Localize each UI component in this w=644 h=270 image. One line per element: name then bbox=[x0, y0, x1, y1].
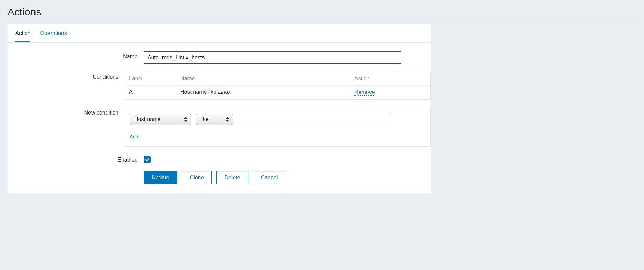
conditions-label: Conditions bbox=[8, 72, 125, 80]
condition-type-value: Host name bbox=[134, 116, 160, 122]
add-condition-link[interactable]: Add bbox=[130, 134, 138, 140]
tab-operations[interactable]: Operations bbox=[40, 30, 67, 42]
name-label: Name bbox=[8, 51, 144, 60]
remove-condition-link[interactable]: Remove bbox=[354, 89, 375, 96]
enabled-label: Enabled bbox=[8, 155, 144, 163]
cancel-button[interactable]: Cancel bbox=[253, 171, 286, 184]
name-input[interactable] bbox=[144, 51, 401, 64]
conditions-header: Label Name Action bbox=[125, 72, 430, 86]
condition-name-prefix: Host name like bbox=[180, 89, 218, 95]
condition-value-input[interactable] bbox=[238, 114, 390, 125]
tabs: Action Operations bbox=[8, 24, 431, 43]
page-title: Actions bbox=[8, 6, 636, 18]
new-condition-box: Host name like Add bbox=[125, 108, 431, 147]
check-icon bbox=[145, 158, 149, 162]
caret-icon bbox=[226, 117, 229, 122]
table-row: A Host name like Linux Remove bbox=[125, 86, 430, 99]
button-row: Update Clone Delete Cancel bbox=[144, 171, 285, 184]
action-form: Name Conditions Label Name Action bbox=[8, 43, 431, 193]
condition-name: Host name like Linux bbox=[180, 89, 354, 96]
condition-label: A bbox=[129, 89, 180, 96]
condition-name-em: Linux bbox=[218, 89, 231, 95]
clone-button[interactable]: Clone bbox=[182, 171, 212, 184]
action-panel: Action Operations Name Conditions Label bbox=[8, 24, 431, 193]
caret-icon bbox=[184, 117, 187, 122]
condition-operator-value: like bbox=[200, 116, 209, 122]
condition-type-select[interactable]: Host name bbox=[130, 114, 191, 125]
col-header-name: Name bbox=[180, 76, 354, 82]
new-condition-label: New condition bbox=[8, 108, 125, 116]
col-header-action: Action bbox=[354, 76, 426, 82]
conditions-table: Label Name Action A Host name like Linux… bbox=[125, 72, 431, 100]
tab-action[interactable]: Action bbox=[15, 30, 30, 42]
condition-operator-select[interactable]: like bbox=[196, 114, 233, 125]
col-header-label: Label bbox=[129, 76, 180, 82]
delete-button[interactable]: Delete bbox=[216, 171, 248, 184]
update-button[interactable]: Update bbox=[144, 171, 177, 184]
enabled-checkbox[interactable] bbox=[144, 156, 151, 163]
